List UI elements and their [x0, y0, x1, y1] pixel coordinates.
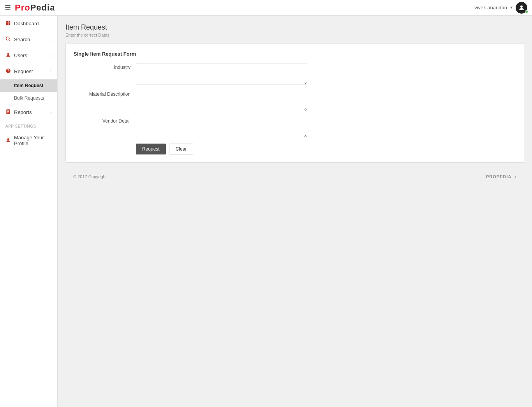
svg-rect-3 [6, 23, 8, 25]
sidebar: Dashboard Search › Users › ? Request ˅ [0, 16, 58, 407]
sidebar-item-users[interactable]: Users › [0, 47, 57, 63]
page-title: Item Request [65, 23, 524, 32]
sidebar-item-label: Reports [14, 109, 32, 115]
app-settings-label: APP SETTINGS [0, 120, 57, 130]
sidebar-item-profile[interactable]: Manage Your Profile [0, 130, 57, 151]
request-icon: ? [5, 68, 11, 75]
dropdown-arrow[interactable]: ▾ [510, 5, 513, 10]
users-icon [5, 52, 11, 59]
sidebar-subitem-label: Bulk Requests [14, 95, 44, 101]
sidebar-item-request[interactable]: ? Request ˅ [0, 63, 57, 79]
svg-point-7 [7, 53, 9, 55]
svg-point-0 [520, 5, 523, 8]
sidebar-item-label: Users [14, 53, 27, 58]
svg-line-6 [9, 40, 11, 41]
footer-copyright: © 2017 Copyright. [73, 174, 108, 179]
sidebar-subitem-bulk-requests[interactable]: Bulk Requests [0, 92, 57, 104]
chevron-right-icon: › [50, 53, 52, 58]
sidebar-item-dashboard[interactable]: Dashboard [0, 16, 57, 32]
material-description-row: Material Description [74, 90, 516, 111]
svg-point-14 [7, 138, 9, 140]
form-card: Single Item Request Form Industry Materi… [65, 44, 524, 163]
avatar[interactable] [516, 2, 527, 14]
svg-rect-2 [9, 21, 11, 23]
sidebar-subitem-label: Item Request [14, 83, 43, 88]
sidebar-item-label: Request [14, 68, 33, 74]
navbar: ☰ ProPedia vivek anandan ▾ [0, 0, 532, 16]
svg-rect-4 [9, 23, 11, 25]
username-label: vivek anandan [474, 5, 507, 11]
sidebar-subitem-item-request[interactable]: Item Request [0, 79, 57, 92]
sidebar-item-search[interactable]: Search › [0, 32, 57, 47]
svg-text:?: ? [7, 69, 9, 72]
logo-pro: Pro [15, 3, 30, 12]
search-icon [5, 36, 11, 43]
logo: ProPedia [15, 3, 55, 13]
form-card-title: Single Item Request Form [74, 51, 516, 57]
industry-label: Industry [74, 63, 136, 70]
sidebar-item-reports[interactable]: Reports › [0, 104, 57, 120]
material-description-label: Material Description [74, 90, 136, 97]
svg-point-5 [6, 37, 9, 40]
sidebar-item-label: Dashboard [14, 21, 39, 26]
svg-rect-10 [6, 109, 10, 114]
footer-brand: PROPEDIA ↑ [486, 174, 516, 179]
reports-icon [5, 109, 11, 116]
dashboard-icon [5, 20, 11, 27]
vendor-detail-row: Vendor Detail [74, 117, 516, 138]
chevron-down-icon: ˅ [49, 69, 52, 74]
menu-icon[interactable]: ☰ [5, 4, 11, 12]
main-content: Item Request Enter the correct Datas Sin… [58, 16, 532, 407]
navbar-right: vivek anandan ▾ [474, 2, 527, 14]
vendor-detail-label: Vendor Detail [74, 117, 136, 124]
sidebar-item-label: Manage Your Profile [14, 135, 52, 146]
material-description-input[interactable] [136, 90, 307, 111]
clear-button[interactable]: Clear [169, 144, 194, 154]
form-buttons: Request Clear [74, 144, 516, 154]
svg-rect-1 [6, 21, 8, 23]
industry-row: Industry [74, 63, 516, 84]
request-button[interactable]: Request [136, 144, 166, 154]
chevron-right-icon: › [50, 37, 52, 42]
sidebar-item-label: Search [14, 37, 30, 42]
footer: © 2017 Copyright. PROPEDIA ↑ [65, 170, 524, 183]
logo-pedia: Pedia [30, 3, 55, 12]
chevron-right-icon: › [50, 110, 52, 115]
vendor-detail-input[interactable] [136, 117, 307, 138]
industry-input[interactable] [136, 63, 307, 84]
layout: Dashboard Search › Users › ? Request ˅ [0, 16, 532, 407]
page-subtitle: Enter the correct Datas [65, 33, 524, 37]
profile-icon [5, 137, 11, 144]
